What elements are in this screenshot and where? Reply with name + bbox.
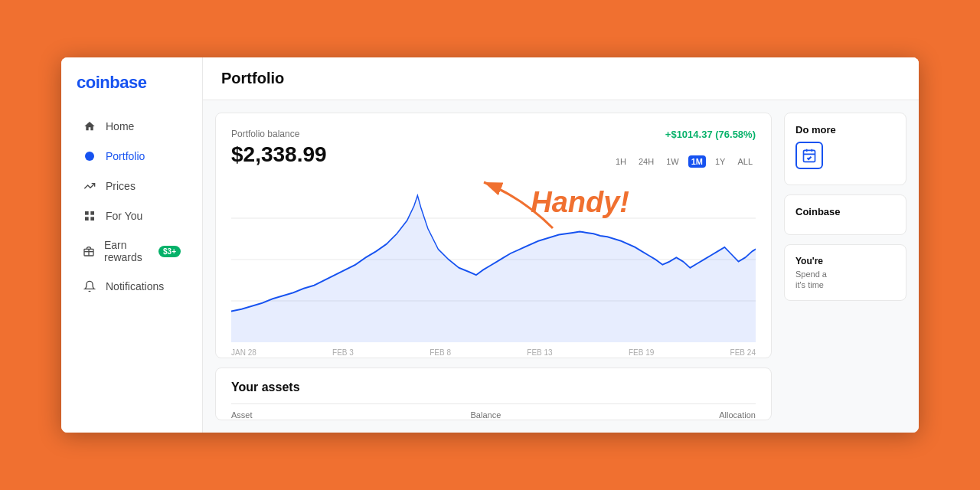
x-axis-labels: JAN 28 FEB 3 FEB 8 FEB 13 FEB 19 FEB 24 [231,345,756,357]
for-you-icon [83,209,96,223]
earn-rewards-icon [83,244,95,258]
content-area: Portfolio balance $2,338.99 +$1014.37 (7… [203,100,919,433]
x-label-0: JAN 28 [231,348,256,357]
x-label-2: FEB 8 [430,348,451,357]
x-label-3: FEB 13 [527,348,552,357]
calendar-icon-box [795,142,823,169]
home-icon [83,119,96,133]
time-btn-all[interactable]: ALL [734,155,756,168]
chart-header: Portfolio balance $2,338.99 +$1014.37 (7… [231,129,756,168]
page-title: Portfolio [221,70,900,87]
sidebar-item-earn-rewards[interactable]: Earn rewards $3+ [67,231,196,271]
time-btn-1m[interactable]: 1M [688,155,706,168]
balance-value: $2,338.99 [231,142,327,167]
time-btn-1w[interactable]: 1W [663,155,682,168]
assets-title: Your assets [231,381,756,394]
x-label-5: FEB 24 [730,348,756,357]
right-card-do-more-title: Do more [795,124,895,136]
svg-rect-1 [85,211,89,215]
sidebar-item-earn-rewards-label: Earn rewards [104,239,146,263]
sidebar-item-notifications[interactable]: Notifications [67,272,196,301]
spend-text: Spend a [795,270,895,279]
chart-svg-wrapper: JAN 28 FEB 3 FEB 8 FEB 13 FEB 19 FEB 24 [231,177,756,342]
logo-text: coinbase [77,73,146,92]
sidebar-nav: Home Portfolio Prices For You [61,111,202,302]
svg-point-0 [85,152,94,161]
sidebar-item-for-you[interactable]: For You [67,201,196,230]
time-btn-1y[interactable]: 1Y [712,155,728,168]
sidebar: coinbase Home Portfolio Prices [61,57,203,433]
x-label-1: FEB 3 [332,348,354,357]
svg-rect-3 [85,217,89,220]
assets-col-balance: Balance [471,410,501,420]
its-time-text: it's time [795,280,895,289]
page-header: Portfolio [203,57,919,100]
chart-controls: 1H 24H 1W 1M 1Y ALL [612,155,756,168]
assets-col-allocation: Allocation [719,410,756,420]
svg-rect-10 [804,150,815,162]
assets-col-asset: Asset [231,410,253,420]
time-btn-1h[interactable]: 1H [612,155,629,168]
assets-section: Your assets Asset Balance Allocation [215,368,772,420]
svg-rect-4 [90,217,94,220]
right-card-coinbase-title: Coinbase [795,206,895,217]
sidebar-item-notifications-label: Notifications [106,280,164,292]
sidebar-item-prices-label: Prices [106,180,136,192]
sidebar-item-for-you-label: For You [106,210,142,222]
x-label-4: FEB 19 [629,348,654,357]
sidebar-item-portfolio-label: Portfolio [106,150,145,162]
logo: coinbase [61,73,202,111]
notifications-icon [83,279,96,293]
right-card-coinbase: Coinbase [784,194,906,235]
svg-rect-2 [90,211,94,215]
balance-label: Portfolio balance [231,129,327,139]
gain-text: +$1014.37 (76.58%) [665,129,756,140]
right-panel: Do more [784,113,906,420]
sidebar-item-portfolio[interactable]: Portfolio [67,142,196,171]
earn-rewards-badge: $3+ [158,246,181,257]
main-content: Portfolio Portfolio balance $2,338.99 +$… [203,57,919,433]
time-btn-24h[interactable]: 24H [635,155,657,168]
portfolio-icon [83,149,96,163]
right-card-youre: You're Spend a it's time [784,244,906,301]
sidebar-item-home-label: Home [106,120,134,132]
prices-icon [83,179,96,193]
sidebar-item-prices[interactable]: Prices [67,172,196,201]
assets-header-row: Asset Balance Allocation [231,403,756,420]
sidebar-item-home[interactable]: Home [67,112,196,141]
chart-card: Portfolio balance $2,338.99 +$1014.37 (7… [215,113,772,358]
youre-text: You're [795,256,895,266]
right-card-do-more: Do more [784,113,906,185]
